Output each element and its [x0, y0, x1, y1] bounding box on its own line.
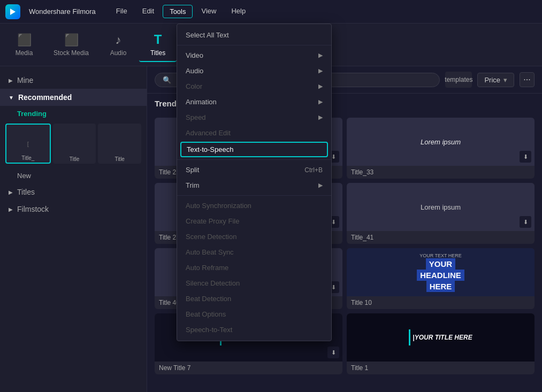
arrow-trim-icon: ▶: [318, 182, 323, 189]
menu-text-to-speech[interactable]: Text-to-Speech: [180, 142, 328, 157]
menu-silence-detection: Silence Detection: [177, 275, 331, 291]
arrow-video-icon: ▶: [318, 52, 323, 59]
thumb-title10-headline3: HERE: [426, 281, 455, 292]
price-dropdown[interactable]: Price ▾: [477, 73, 514, 87]
arrow-recommended-icon: ▼: [9, 95, 14, 101]
price-label: Price: [484, 76, 500, 84]
titles-icon: T: [154, 32, 162, 47]
download-btn-newtitle7[interactable]: ⬇: [327, 347, 339, 358]
more-icon: ···: [523, 75, 530, 84]
arrow-animation-icon: ▶: [318, 98, 323, 105]
trending-label-2: Title: [53, 156, 96, 162]
menu-beat-options: Beat Options: [177, 306, 331, 322]
toolbar-media-label: Media: [16, 49, 33, 57]
trending-label-3: Title: [98, 156, 141, 162]
titlebar: Wondershare Filmora File Edit Tools View…: [0, 0, 542, 24]
templates-tab-label: templates: [445, 76, 472, 83]
menu-auto-reframe: Auto Reframe: [177, 260, 331, 275]
template-card-title10[interactable]: YOUR TEXT HERE YOUR HEADLINE HERE Title …: [347, 248, 535, 309]
template-card-title1[interactable]: |YOUR TITLE HERE Title 1: [347, 313, 535, 374]
app-logo: [5, 4, 20, 19]
menu-select-all-text[interactable]: Select All Text: [177, 27, 331, 43]
menu-file[interactable]: File: [110, 5, 134, 18]
trending-card-3[interactable]: Title: [98, 124, 141, 164]
menu-auto-beat-sync: Auto Beat Sync: [177, 244, 331, 260]
arrow-color-icon: ▶: [318, 83, 323, 90]
trending-card-2[interactable]: Title: [53, 124, 96, 164]
toolbar-stock-media[interactable]: ⬛ Stock Media: [45, 29, 97, 61]
menu-help[interactable]: Help: [225, 5, 252, 18]
divider-1: [177, 45, 331, 45]
sidebar-item-mine[interactable]: ▶ Mine: [0, 72, 147, 89]
sidebar-mine-label: Mine: [17, 76, 33, 84]
menu-advanced-edit: Advanced Edit: [177, 125, 331, 141]
menu-tools[interactable]: Tools: [163, 5, 193, 18]
app-name: Wondershare Filmora: [29, 7, 96, 16]
tools-dropdown: Select All Text Video ▶ Audio ▶ Color ▶ …: [177, 24, 332, 341]
menu-view[interactable]: View: [195, 5, 223, 18]
trending-label-1: Title_: [6, 155, 50, 161]
template-card-title41[interactable]: Lorem ipsum ⬇ Title_41: [347, 183, 535, 244]
trending-card-1[interactable]: [ Title_: [5, 124, 51, 164]
arrow-audio-icon: ▶: [318, 67, 323, 74]
menu-auto-sync: Auto Synchronization: [177, 198, 331, 213]
arrow-speed-icon: ▶: [318, 114, 323, 121]
arrow-filmstock-icon: ▶: [9, 206, 13, 212]
label-title1: Title 1: [347, 362, 535, 374]
menu-create-proxy: Create Proxy File: [177, 213, 331, 229]
sidebar-item-titles[interactable]: ▶ Titles: [0, 183, 147, 201]
download-btn-title41[interactable]: ⬇: [520, 216, 531, 228]
menu-video[interactable]: Video ▶: [177, 48, 331, 63]
template-card-title33[interactable]: Lorem ipsum ⬇ Title_33: [347, 118, 535, 179]
sidebar-recommended-label: Recommended: [18, 93, 72, 102]
media-icon: ⬛: [17, 33, 32, 47]
sidebar: ▶ Mine ▼ Recommended Trending [ Title_ T…: [0, 66, 147, 392]
trending-card-1-text: [: [27, 141, 29, 147]
menu-split[interactable]: Split Ctrl+B: [177, 162, 331, 178]
toolbar-media[interactable]: ⬛ Media: [5, 29, 43, 61]
menu-trim[interactable]: Trim ▶: [177, 178, 331, 193]
more-options-button[interactable]: ···: [520, 72, 535, 87]
menu-edit[interactable]: Edit: [136, 5, 161, 18]
menubar: File Edit Tools View Help: [110, 5, 252, 18]
toolbar-titles[interactable]: T Titles: [139, 28, 177, 62]
sidebar-new-label: New: [17, 172, 31, 180]
thumb-title10: YOUR TEXT HERE YOUR HEADLINE HERE: [347, 248, 535, 296]
search-icon: 🔍: [163, 76, 171, 84]
menu-beat-detection: Beat Detection: [177, 291, 331, 306]
divider-3: [177, 195, 331, 196]
thumb-title41: Lorem ipsum ⬇: [347, 183, 535, 231]
sidebar-item-filmstock[interactable]: ▶ Filmstock: [0, 201, 147, 218]
label-title33: Title_33: [347, 166, 535, 179]
sidebar-item-recommended[interactable]: ▼ Recommended: [0, 89, 147, 106]
download-btn-title33[interactable]: ⬇: [520, 151, 531, 163]
sidebar-filmstock-label: Filmstock: [17, 205, 49, 213]
menu-speech-to-text: Speech-to-Text: [177, 322, 331, 337]
menu-scene-detection: Scene Detection: [177, 229, 331, 244]
thumb-text-title1: |YOUR TITLE HERE: [413, 334, 472, 341]
sidebar-item-trending[interactable]: Trending: [0, 106, 147, 121]
svg-marker-0: [10, 9, 16, 15]
menu-audio[interactable]: Audio ▶: [177, 63, 331, 79]
trending-preview-area: [ Title_ Title Title: [0, 121, 147, 168]
menu-color: Color ▶: [177, 79, 331, 94]
menu-animation[interactable]: Animation ▶: [177, 94, 331, 110]
audio-icon: ♪: [116, 33, 121, 47]
toolbar-stock-label: Stock Media: [54, 49, 89, 57]
arrow-titles-icon: ▶: [9, 189, 13, 195]
sidebar-item-new[interactable]: New: [0, 168, 147, 183]
label-newtitle7: New Title 7: [155, 362, 342, 374]
thumb-text-title41: Lorem ipsum: [421, 203, 461, 211]
sidebar-trending-label: Trending: [17, 110, 47, 118]
thumb-title10-headline: YOUR: [426, 258, 455, 270]
label-title41: Title_41: [347, 231, 535, 244]
thumb-title10-small: YOUR TEXT HERE: [419, 253, 462, 258]
arrow-mine-icon: ▶: [9, 78, 13, 83]
thumb-title1: |YOUR TITLE HERE: [347, 313, 535, 362]
thumb-title33: Lorem ipsum ⬇: [347, 118, 535, 166]
templates-tab[interactable]: templates: [445, 72, 472, 88]
stock-media-icon: ⬛: [64, 33, 79, 47]
toolbar-audio-label: Audio: [110, 49, 127, 57]
thumb-text-title33: Lorem ipsum: [421, 138, 461, 146]
toolbar-audio[interactable]: ♪ Audio: [100, 29, 137, 61]
